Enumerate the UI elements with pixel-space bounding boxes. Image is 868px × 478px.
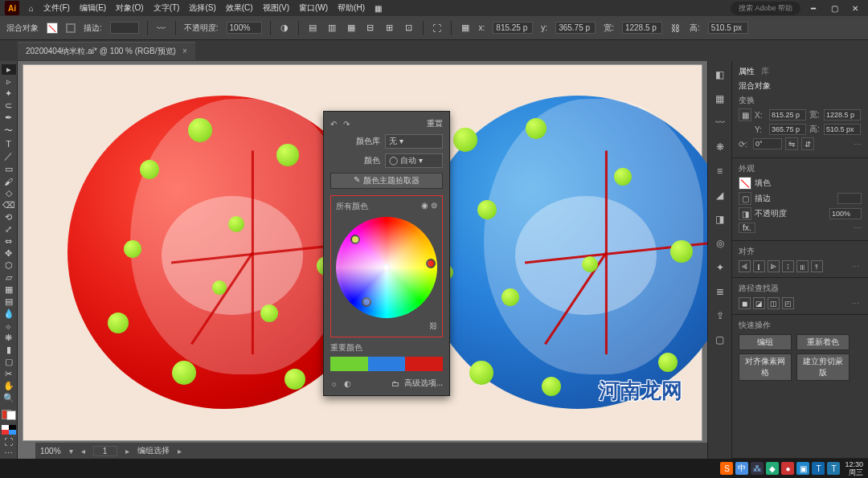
tray-icon[interactable]: ◆ — [766, 462, 779, 475]
artboard-number[interactable]: 1 — [93, 446, 117, 456]
screen-mode-icon[interactable]: ⛶ — [2, 436, 16, 447]
graphic-styles-icon[interactable]: ✦ — [713, 260, 727, 275]
menu-select[interactable]: 选择(S) — [189, 2, 215, 14]
transform-w-input[interactable] — [824, 109, 861, 121]
brushes-panel-icon[interactable]: 〰 — [713, 116, 727, 130]
gradient-tool[interactable]: ▤ — [2, 296, 16, 307]
menu-help[interactable]: 帮助(H) — [338, 2, 365, 14]
asset-export-icon[interactable]: ⇪ — [713, 308, 727, 323]
menu-edit[interactable]: 编辑(E) — [80, 2, 106, 14]
tray-icon[interactable]: 中 — [735, 462, 748, 475]
pf-intersect-icon[interactable]: ◫ — [768, 297, 780, 309]
redo-icon[interactable]: ↷ — [343, 120, 350, 129]
ctrl-x-input[interactable] — [493, 22, 533, 34]
line-tool[interactable]: ／ — [2, 150, 16, 162]
zoom-level[interactable]: 100% — [40, 447, 61, 456]
edit-toolbar-icon[interactable]: ⋯ — [2, 448, 16, 459]
opacity-input[interactable] — [227, 22, 262, 34]
graph-tool[interactable]: ▮ — [2, 345, 16, 355]
anchor-icon[interactable]: ▦ — [460, 22, 471, 34]
rotate-tool[interactable]: ⟲ — [2, 212, 16, 223]
direct-select-tool[interactable]: ▹ — [2, 76, 16, 87]
chevron-right-icon[interactable]: ▸ — [178, 447, 182, 456]
menu-window[interactable]: 窗口(W) — [299, 2, 328, 14]
scale-tool[interactable]: ⤢ — [2, 224, 16, 235]
fx-button[interactable]: fx. — [739, 223, 755, 233]
ctrl-h-input[interactable] — [708, 22, 748, 34]
ctrl-y-input[interactable] — [555, 22, 596, 34]
wheel-handle[interactable] — [350, 235, 360, 244]
artwork-sphere-blue[interactable] — [421, 96, 707, 409]
brush-icon[interactable]: 〰 — [156, 22, 167, 34]
align-left-icon[interactable]: ⫷ — [739, 260, 751, 272]
slice-tool[interactable]: ✂ — [2, 369, 16, 379]
wheel-center-handle[interactable] — [383, 264, 391, 272]
tray-icon[interactable]: S — [720, 462, 733, 475]
align-icon[interactable]: ⊟ — [365, 22, 376, 34]
tab-libraries[interactable]: 库 — [761, 66, 769, 77]
advanced-options-button[interactable]: 高级选项... — [404, 378, 443, 389]
align-hcenter-icon[interactable]: ⫿ — [753, 260, 765, 272]
symbols-panel-icon[interactable]: ❋ — [713, 140, 727, 154]
transform-y-input[interactable] — [769, 124, 806, 135]
wheel-handle[interactable] — [362, 297, 371, 307]
window-minimize-icon[interactable]: ━ — [805, 4, 821, 13]
home-icon[interactable]: ⌂ — [29, 4, 34, 13]
reference-point-icon[interactable]: ▦ — [739, 108, 751, 121]
appearance-panel-icon[interactable]: ◎ — [713, 236, 727, 251]
menu-effect[interactable]: 效果(C) — [226, 2, 253, 14]
wheel-handle[interactable] — [426, 259, 436, 268]
tray-icon[interactable]: ⁂ — [751, 462, 764, 475]
blend-tool[interactable]: ⟐ — [2, 321, 16, 331]
tab-properties[interactable]: 属性 — [739, 66, 755, 77]
align-icon[interactable]: ▦ — [346, 22, 357, 34]
shaper-tool[interactable]: ◇ — [2, 188, 16, 198]
align-icon[interactable]: ⊡ — [403, 22, 415, 34]
color-wheel[interactable] — [336, 217, 437, 318]
mesh-tool[interactable]: ▦ — [2, 284, 16, 295]
fill-stroke-swatch[interactable] — [2, 410, 16, 420]
btn-expand[interactable]: 建立剪切蒙版 — [796, 353, 850, 381]
swatches-panel-icon[interactable]: ▦ — [713, 92, 727, 106]
btn-pixel[interactable]: 对齐像素网格 — [739, 353, 792, 381]
stroke-swatch[interactable]: ▢ — [739, 192, 751, 205]
transform-icon[interactable]: ⛶ — [432, 22, 443, 34]
arrange-docs-icon[interactable]: ▦ — [375, 4, 382, 13]
hand-tool[interactable]: ✋ — [2, 381, 16, 391]
perspective-tool[interactable]: ▱ — [2, 272, 16, 283]
pf-unite-icon[interactable]: ◼ — [739, 297, 751, 309]
symbol-tool[interactable]: ❋ — [2, 333, 16, 343]
width-tool[interactable]: ⇔ — [2, 236, 16, 247]
undo-icon[interactable]: ↶ — [330, 120, 337, 129]
curvature-tool[interactable]: 〜 — [2, 125, 16, 137]
window-maximize-icon[interactable]: ▢ — [826, 4, 842, 13]
shape-builder-tool[interactable]: ⬡ — [2, 260, 16, 271]
close-icon[interactable]: × — [182, 47, 187, 55]
fill-swatch[interactable] — [739, 177, 751, 190]
menu-view[interactable]: 视图(V) — [263, 2, 289, 14]
menu-object[interactable]: 对象(O) — [116, 2, 143, 14]
window-close-icon[interactable]: ✕ — [847, 4, 863, 13]
reset-button[interactable]: 重置 — [427, 118, 443, 129]
eraser-tool[interactable]: ⌫ — [2, 200, 16, 210]
more-options-icon[interactable]: ⋯ — [854, 140, 862, 149]
more-options-icon[interactable]: ⋯ — [854, 223, 862, 232]
pf-minus-icon[interactable]: ◪ — [753, 297, 765, 309]
fill-swatch-icon[interactable] — [47, 22, 58, 34]
artboards-panel-icon[interactable]: ▢ — [713, 333, 727, 347]
stroke-swatch-icon[interactable] — [66, 23, 76, 33]
wheel-mode-icon[interactable]: ◉ — [421, 201, 428, 210]
transform-x-input[interactable] — [769, 109, 806, 121]
lasso-tool[interactable]: ⊂ — [2, 100, 16, 111]
color-panel-icon[interactable]: ◧ — [713, 67, 727, 82]
tray-icon[interactable]: ● — [781, 462, 794, 475]
taskbar-clock[interactable]: 12:30 周三 — [845, 460, 863, 476]
prominent-color-swatches[interactable] — [330, 357, 443, 371]
more-options-icon[interactable]: ⋯ — [850, 297, 862, 309]
folder-icon[interactable]: 🗀 — [391, 379, 399, 388]
search-input[interactable]: 搜索 Adobe 帮助 — [731, 2, 800, 15]
rotate-input[interactable] — [753, 138, 782, 149]
document-tab[interactable]: 20200404纳米粒.ai* @ 100 % (RGB/预览) × — [18, 42, 195, 60]
link-colors-icon[interactable]: ⛓ — [429, 321, 437, 330]
artboard-next-icon[interactable]: ▸ — [125, 447, 129, 456]
